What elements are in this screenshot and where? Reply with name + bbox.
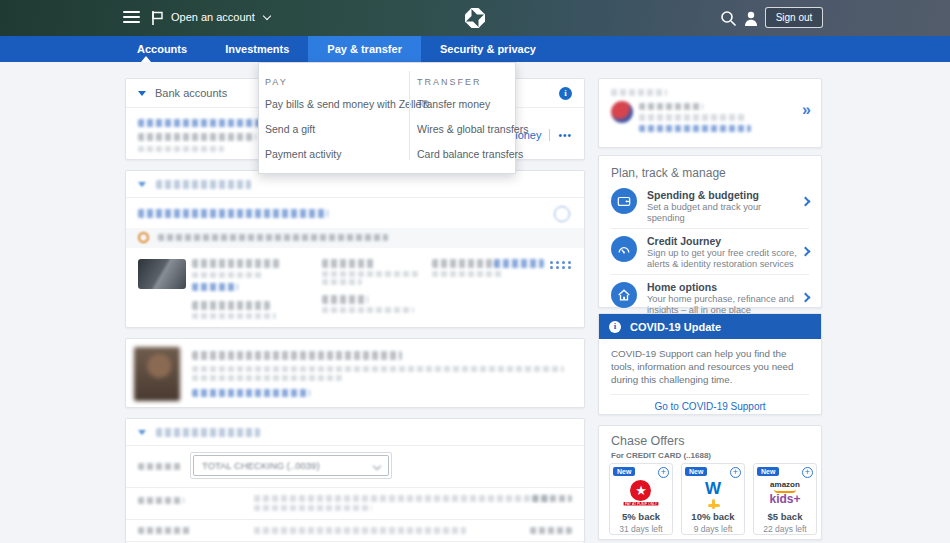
- redacted-balance-label: [192, 272, 264, 278]
- more-menu-button[interactable]: •••: [558, 130, 572, 141]
- current-page-indicator: [141, 56, 151, 62]
- plan-item-spending[interactable]: Spending & budgeting: [647, 189, 759, 201]
- pay-menu-heading: PAY: [265, 77, 401, 87]
- flag-icon[interactable]: [150, 10, 164, 26]
- collapse-caret-icon[interactable]: [138, 430, 146, 435]
- texaco-banner-text: PAY AT PUMP ONLY: [624, 502, 659, 505]
- offer-reward: $5 back: [768, 511, 803, 522]
- open-account-label: Open an account: [171, 11, 255, 23]
- redacted-account-label: [138, 463, 182, 470]
- plan-track-manage-card: Plan, track & manage Spending & budgetin…: [598, 155, 822, 308]
- redacted-txn-desc-2: [254, 527, 466, 534]
- texaco-logo: ★ PAY AT PUMP ONLY: [611, 479, 671, 509]
- redacted-account-balance: [138, 133, 256, 141]
- chase-offers-card: Chase Offers For CREDIT CARD (..1688) Ne…: [598, 425, 822, 540]
- redacted-payment-amount: [322, 295, 368, 304]
- promo-card: [125, 338, 585, 408]
- new-badge: New: [757, 467, 779, 476]
- open-account-dropdown[interactable]: Open an account: [171, 11, 270, 23]
- redacted-txn-status: [138, 497, 184, 504]
- walmart-plus-logo: W: [705, 479, 721, 509]
- amazon-wordmark: amazon: [770, 481, 800, 489]
- covid-body-text: COVID-19 Support can help you find the t…: [611, 347, 809, 387]
- wallet-icon: [611, 188, 637, 214]
- double-chevron-icon[interactable]: »: [802, 101, 811, 119]
- amazon-kids-logo: amazon kids+: [769, 479, 800, 509]
- rewards-program-logo: [611, 101, 633, 123]
- redacted-promo-text-2: [192, 375, 342, 381]
- tab-pay-transfer[interactable]: Pay & transfer: [308, 36, 421, 62]
- chase-logo[interactable]: [463, 6, 487, 30]
- tab-investments[interactable]: Investments: [206, 36, 308, 62]
- collapse-caret-icon[interactable]: [138, 91, 146, 96]
- redacted-section-title: [156, 180, 251, 189]
- menu-item-payment-activity[interactable]: Payment activity: [265, 148, 401, 160]
- redacted-details-link[interactable]: [192, 283, 238, 291]
- gauge-icon: [611, 236, 637, 262]
- offer-reward: 10% back: [691, 511, 734, 522]
- plan-item-spending-desc: Set a budget and track your spending: [647, 202, 799, 225]
- redacted-section-title: [156, 428, 260, 437]
- chevron-right-icon[interactable]: [801, 197, 811, 207]
- redacted-min-payment-label-2: [322, 279, 362, 285]
- chevron-right-icon[interactable]: [801, 247, 811, 257]
- redacted-alert-text: [158, 234, 388, 241]
- menu-item-transfer-money[interactable]: Transfer money: [417, 98, 528, 110]
- offers-subtitle: For CREDIT CARD (..1688): [611, 451, 711, 460]
- redacted-card-account-link[interactable]: [138, 209, 328, 218]
- offer-reward: 5% back: [622, 511, 660, 522]
- redacted-min-payment-label: [322, 271, 418, 277]
- redacted-points-value: [639, 103, 703, 110]
- chevron-right-icon[interactable]: [801, 293, 811, 303]
- offer-card-texaco[interactable]: New + ★ PAY AT PUMP ONLY 5% back 31 days…: [609, 463, 673, 535]
- redacted-min-payment: [322, 259, 374, 268]
- menu-item-pay-bills-zelle[interactable]: Pay bills & send money with Zelle®: [265, 98, 401, 110]
- top-header: Open an account Sign out: [0, 0, 950, 36]
- offer-card-walmart-plus[interactable]: New + W 10% back 9 days left: [681, 463, 745, 535]
- redacted-due-date-label: [432, 271, 504, 277]
- add-offer-button[interactable]: +: [802, 467, 813, 478]
- sign-out-button[interactable]: Sign out: [765, 7, 823, 28]
- pay-menu-column: PAY Pay bills & send money with Zelle® S…: [259, 71, 409, 160]
- offer-days-left: 31 days left: [619, 524, 662, 534]
- offer-days-left: 9 days left: [694, 524, 733, 534]
- redacted-txn-desc-1b: [254, 505, 372, 511]
- add-offer-button[interactable]: +: [658, 467, 669, 478]
- action-divider: [549, 129, 550, 141]
- menu-item-wires-global-transfers[interactable]: Wires & global transfers: [417, 123, 528, 135]
- tab-accounts[interactable]: Accounts: [118, 36, 206, 62]
- redacted-current-balance: [192, 259, 280, 268]
- tab-security-privacy[interactable]: Security & privacy: [421, 36, 555, 62]
- plan-item-home-options[interactable]: Home options: [647, 281, 717, 293]
- chase-dashboard: Open an account Sign out Accounts Invest…: [0, 0, 950, 543]
- account-select[interactable]: TOTAL CHECKING (..0039): [190, 452, 392, 479]
- redacted-rewards-link[interactable]: [639, 125, 751, 132]
- recent-activity-card: TOTAL CHECKING (..0039): [125, 418, 585, 543]
- menu-item-card-balance-transfers[interactable]: Card balance transfers: [417, 148, 528, 160]
- add-offer-button[interactable]: +: [730, 467, 741, 478]
- info-icon[interactable]: [559, 87, 572, 100]
- menu-item-send-a-gift[interactable]: Send a gift: [265, 123, 401, 135]
- redacted-points-label: [639, 114, 747, 121]
- redacted-balance-label: [138, 146, 224, 152]
- more-options-icon[interactable]: [550, 261, 572, 269]
- select-chevron-icon: [373, 462, 381, 470]
- transfer-menu-heading: TRANSFER: [417, 77, 528, 87]
- redacted-pay-card-link[interactable]: [494, 259, 544, 268]
- covid-support-link[interactable]: Go to COVID-19 Support: [599, 401, 821, 412]
- offer-card-amazon-kids[interactable]: New + amazon kids+ $5 back 22 days left: [753, 463, 817, 535]
- redacted-txn-amount-2: [530, 527, 572, 534]
- collapse-caret-icon[interactable]: [138, 182, 146, 187]
- search-icon[interactable]: [720, 10, 737, 27]
- offer-days-left: 22 days left: [763, 524, 806, 534]
- covid-card-header: COVID-19 Update: [599, 314, 821, 339]
- redacted-promo-link[interactable]: [192, 389, 310, 397]
- plan-item-credit-journey[interactable]: Credit Journey: [647, 235, 721, 247]
- redacted-due-date: [432, 259, 496, 268]
- profile-icon[interactable]: [743, 10, 759, 27]
- hamburger-menu-icon[interactable]: [123, 11, 140, 26]
- freeze-card-icon[interactable]: [554, 206, 570, 222]
- redacted-txn-desc-1: [254, 495, 552, 502]
- new-badge: New: [613, 467, 635, 476]
- redacted-credit-label: [192, 313, 276, 319]
